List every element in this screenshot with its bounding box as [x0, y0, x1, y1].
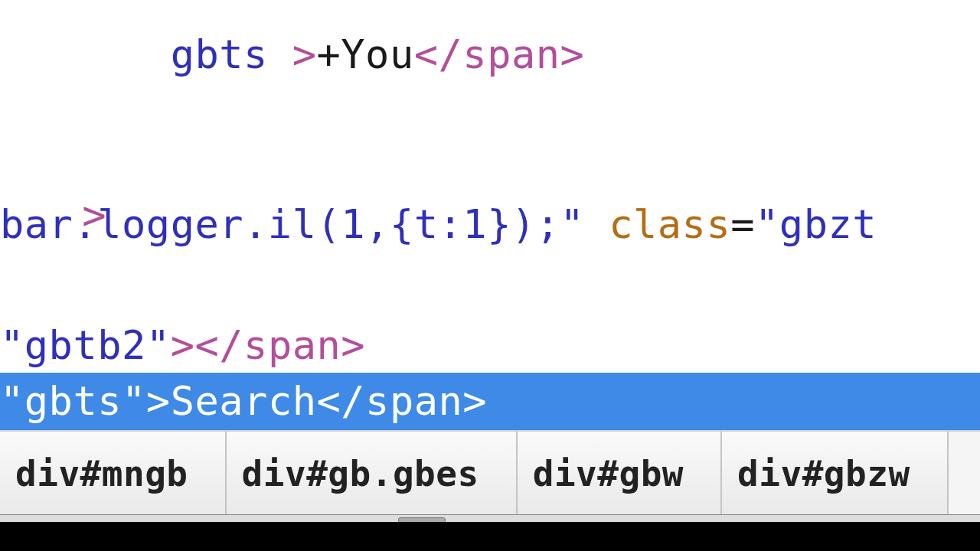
- selected-code-line[interactable]: "gbts">Search</span>: [0, 373, 980, 430]
- breadcrumb-item[interactable]: div#gbw: [518, 432, 722, 516]
- code-line-attr: bar.logger.il(1,{t:1});" class="gbzt: [0, 199, 877, 251]
- breadcrumb-item[interactable]: div#mngb: [0, 432, 227, 516]
- source-code-panel[interactable]: gbts >+You</span> > bar.logger.il(1,{t:1…: [0, 0, 980, 429]
- breadcrumb-item[interactable]: div#gbzw: [722, 432, 949, 516]
- breadcrumb-item[interactable]: div#gb.gbes: [227, 432, 518, 516]
- dom-breadcrumb-bar: div#mngb div#gb.gbes div#gbw div#gbzw: [0, 430, 980, 516]
- letterbox-bar: [0, 522, 980, 551]
- code-line: gbts >+You</span>: [0, 0, 584, 132]
- code-line-span-close: "gbtb2"></span>: [0, 320, 365, 372]
